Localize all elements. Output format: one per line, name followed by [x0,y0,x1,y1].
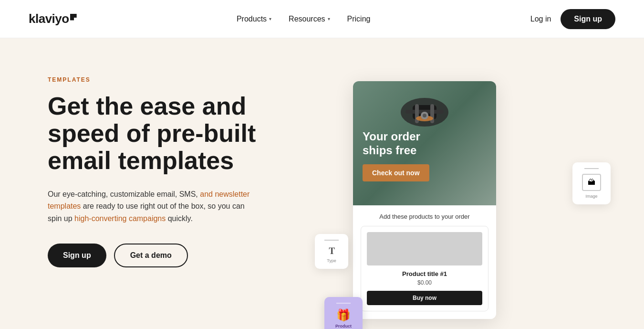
type-icon: 𝐓 [319,245,344,256]
hero-description: Our eye-catching, customizable email, SM… [48,188,258,225]
tool-handle [584,168,599,169]
signup-button-hero[interactable]: Sign up [48,244,106,267]
svg-point-7 [423,114,426,117]
nav-item-products[interactable]: Products ▾ [237,15,271,23]
hero-left-content: TEMPLATES Get the ease and speed of pre-… [48,67,286,267]
chevron-down-icon: ▾ [269,16,271,21]
products-link[interactable]: Products ▾ [237,15,271,23]
signup-button-nav[interactable]: Sign up [561,9,615,29]
image-icon [582,174,601,191]
email-products-section: Add these products to your order Product… [353,205,496,319]
nav-item-pricing[interactable]: Pricing [347,15,371,23]
product-title: Product title #1 [367,270,482,277]
buy-now-button[interactable]: Buy now [367,291,482,305]
hero-illustration: Your order ships free Check out now Add … [315,67,596,329]
hero-label: TEMPLATES [48,76,286,83]
logo-mark [70,14,77,21]
logo: klaviyo [29,11,77,26]
logo-text: klaviyo [29,11,69,26]
product-card: Product title #1 $0.00 Buy now [361,226,488,311]
nav-item-resources[interactable]: Resources ▾ [289,15,330,23]
checkout-button[interactable]: Check out now [363,164,429,181]
pricing-link[interactable]: Pricing [347,15,371,23]
type-label: Type [319,258,344,263]
resources-link[interactable]: Resources ▾ [289,15,330,23]
type-tool-panel[interactable]: 𝐓 Type [315,234,348,269]
hero-title: Get the ease and speed of pre-built emai… [48,93,286,175]
product-tool-panel[interactable]: 🎁 Product [324,297,363,329]
hero-buttons: Sign up Get a demo [48,244,286,267]
tool-handle [336,303,351,304]
chevron-down-icon: ▾ [328,16,330,21]
product-price: $0.00 [367,279,482,286]
campaigns-link[interactable]: high-converting campaigns [74,214,166,223]
navigation: klaviyo Products ▾ Resources ▾ Pricing L… [0,0,644,38]
product-icon: 🎁 [328,308,359,322]
products-section-title: Add these products to your order [361,213,488,220]
image-label: Image [576,194,607,199]
login-button[interactable]: Log in [530,15,551,23]
email-template-card: Your order ships free Check out now Add … [353,81,496,319]
nav-links: Products ▾ Resources ▾ Pricing [237,15,371,23]
email-hero-overlay: Your order ships free Check out now [363,130,487,181]
hero-section: TEMPLATES Get the ease and speed of pre-… [0,38,644,329]
email-hero-heading: Your order ships free [363,130,487,158]
product-label: Product [328,324,359,329]
product-image-placeholder [367,232,482,265]
tool-handle [324,240,339,241]
email-hero-image: Your order ships free Check out now [353,81,496,205]
get-demo-button[interactable]: Get a demo [114,244,188,267]
image-tool-panel[interactable]: Image [572,162,611,204]
nav-actions: Log in Sign up [530,9,615,29]
